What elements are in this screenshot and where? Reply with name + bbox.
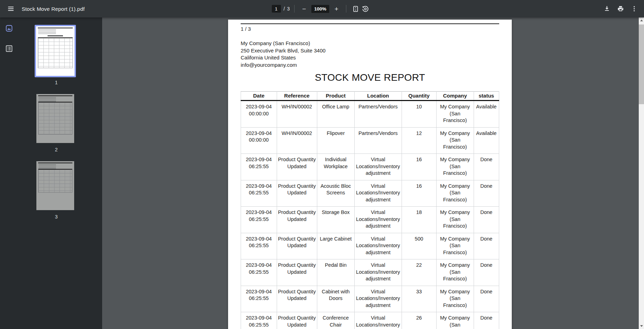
table-cell: Individual Workplace <box>317 154 354 180</box>
thumbnail-page-preview <box>36 26 75 76</box>
table-cell: Pedal Bin <box>317 259 354 286</box>
column-header: Product <box>317 92 354 101</box>
company-address-line1: 250 Executive Park Blvd, Suite 3400 <box>241 47 499 55</box>
report-table-body: 2023-09-04 00:00:00WH/IN/00002Office Lam… <box>241 101 499 329</box>
table-cell: Virtual Locations/Inventory adjustment <box>354 259 402 286</box>
table-cell: My Company (San Francisco) <box>436 207 474 233</box>
table-row: 2023-09-04 06:25:55Product Quantity Upda… <box>241 207 499 233</box>
table-cell: Cabinet with Doors <box>317 286 354 312</box>
more-options-button[interactable] <box>629 4 639 14</box>
outline-view-button[interactable] <box>4 44 14 53</box>
column-header: Date <box>241 92 277 101</box>
thumbnail-selection-ring <box>35 25 76 77</box>
table-cell: 26 <box>402 312 436 329</box>
thumbnail-sidebar: 1 2 3 <box>0 17 102 329</box>
minus-icon: − <box>302 6 306 12</box>
scroll-up-arrow-icon <box>640 20 643 21</box>
column-header: Location <box>354 92 402 101</box>
table-cell: Virtual Locations/Inventory adjustment <box>354 180 402 207</box>
scrollbar-thumb[interactable] <box>639 24 644 104</box>
scroll-down-button[interactable] <box>639 323 644 329</box>
menu-button[interactable] <box>6 4 16 14</box>
fit-page-icon <box>352 5 359 13</box>
table-cell: Product Quantity Updated <box>277 180 317 207</box>
table-cell: Office Lamp <box>317 101 354 128</box>
table-cell: 10 <box>402 101 436 128</box>
column-header: status <box>474 92 499 101</box>
zoom-in-button[interactable]: + <box>332 4 341 14</box>
table-row: 2023-09-04 06:25:55Product Quantity Upda… <box>241 286 499 312</box>
table-cell: Done <box>474 259 499 286</box>
thumbnails-view-button[interactable] <box>4 23 14 33</box>
table-cell: My Company (San Francisco) <box>436 180 474 207</box>
thumbnails-view-icon <box>5 24 13 32</box>
page-number-input[interactable] <box>272 5 281 13</box>
table-cell: WH/IN/00002 <box>277 101 317 128</box>
vertical-scrollbar[interactable] <box>639 17 644 329</box>
table-cell: Virtual Locations/Inventory adjustment <box>354 207 402 233</box>
pdf-viewer-window: Stock Move Report (1).pdf / 3 − 100% + <box>0 0 644 329</box>
table-cell: 22 <box>402 259 436 286</box>
table-cell: My Company (San Francisco) <box>436 286 474 312</box>
pdf-toolbar: Stock Move Report (1).pdf / 3 − 100% + <box>0 0 644 17</box>
thumbnail-list: 1 2 3 <box>35 25 78 227</box>
table-cell: 12 <box>402 127 436 154</box>
scroll-up-button[interactable] <box>639 17 644 23</box>
table-row: 2023-09-04 06:25:55Product Quantity Upda… <box>241 259 499 286</box>
table-cell: Partners/Vendors <box>354 101 402 128</box>
table-row: 2023-09-04 00:00:00WH/IN/00002Office Lam… <box>241 101 499 128</box>
download-button[interactable] <box>602 4 612 14</box>
column-header: Company <box>436 92 474 101</box>
toolbar-divider <box>346 5 346 13</box>
table-cell: Product Quantity Updated <box>277 154 317 180</box>
table-cell: My Company (San Francisco) <box>436 312 474 329</box>
table-cell: Virtual Locations/Inventory adjustment <box>354 286 402 312</box>
page-thumbnail-3[interactable]: 3 <box>35 160 78 220</box>
table-cell: Product Quantity Updated <box>277 312 317 329</box>
header-rule <box>241 23 499 24</box>
table-row: 2023-09-04 06:25:55Product Quantity Upda… <box>241 312 499 329</box>
table-cell: Available <box>474 101 499 128</box>
fit-page-button[interactable] <box>351 4 361 14</box>
viewer-body: 1 2 3 <box>0 17 644 329</box>
page-separator: / <box>284 6 285 12</box>
table-cell: WH/IN/00002 <box>277 127 317 154</box>
download-icon <box>603 5 610 12</box>
table-row: 2023-09-04 06:25:55Product Quantity Upda… <box>241 233 499 259</box>
kebab-menu-icon <box>631 5 638 12</box>
table-cell: Done <box>474 180 499 207</box>
rotate-button[interactable] <box>361 4 370 14</box>
table-cell: My Company (San Francisco) <box>436 233 474 259</box>
table-row: 2023-09-04 06:25:55Product Quantity Upda… <box>241 154 499 180</box>
page-indicator-text: 1 / 3 <box>241 26 499 33</box>
table-cell: Product Quantity Updated <box>277 286 317 312</box>
toolbar-left-group: Stock Move Report (1).pdf <box>0 4 85 14</box>
table-cell: 2023-09-04 06:25:55 <box>241 207 277 233</box>
table-cell: Done <box>474 233 499 259</box>
table-row: 2023-09-04 06:25:55Product Quantity Upda… <box>241 180 499 207</box>
table-cell: 2023-09-04 06:25:55 <box>241 154 277 180</box>
table-cell: 2023-09-04 06:25:55 <box>241 286 277 312</box>
print-button[interactable] <box>616 4 625 14</box>
hamburger-icon <box>7 5 14 12</box>
page-thumbnail-1[interactable]: 1 <box>35 25 78 85</box>
outline-view-icon <box>5 45 13 52</box>
plus-icon: + <box>334 6 338 12</box>
toolbar-center-group: / 3 − 100% + <box>272 0 370 17</box>
table-cell: 18 <box>402 207 436 233</box>
table-row: 2023-09-04 00:00:00WH/IN/00002FlipoverPa… <box>241 127 499 154</box>
thumbnail-page-number: 3 <box>35 214 78 220</box>
table-cell: My Company (San Francisco) <box>436 101 474 128</box>
zoom-out-button[interactable]: − <box>299 4 309 14</box>
page-thumbnail-2[interactable]: 2 <box>35 93 78 152</box>
rotate-icon <box>362 5 369 13</box>
report-title: STOCK MOVE REPORT <box>241 72 499 84</box>
print-icon <box>617 5 624 12</box>
table-cell: My Company (San Francisco) <box>436 127 474 154</box>
company-name: My Company (San Francisco) <box>241 40 499 47</box>
company-email: info@yourcompany.com <box>241 62 499 69</box>
toolbar-right-group <box>602 0 639 17</box>
column-header: Reference <box>277 92 317 101</box>
table-cell: 2023-09-04 06:25:55 <box>241 180 277 207</box>
table-cell: 2023-09-04 00:00:00 <box>241 127 277 154</box>
